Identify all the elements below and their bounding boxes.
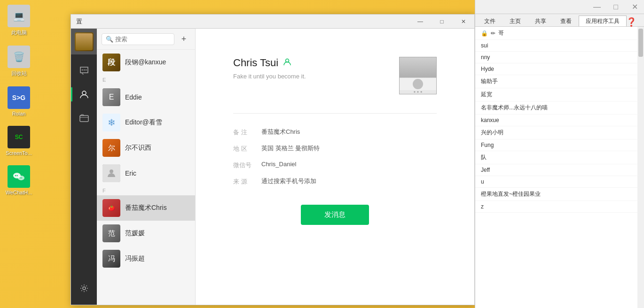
search-input[interactable]: [115, 36, 170, 43]
fe-list-item-12[interactable]: u: [475, 176, 637, 188]
folder-icon-btn[interactable]: [71, 106, 97, 130]
field-label-region: 地 区: [233, 144, 261, 153]
svg-point-5: [21, 177, 22, 178]
contact-item-fanqie[interactable]: 🍅 番茄魔术Chris: [97, 195, 195, 221]
desktop-icon-label-screento: ScreenTo...: [6, 150, 32, 156]
wechat-window: 置 — □ ✕: [71, 14, 475, 305]
contact-name-eric: Eric: [125, 169, 136, 177]
send-message-button[interactable]: 发消息: [301, 205, 369, 225]
contact-name-fanqie: 番茄魔术Chris: [125, 204, 167, 212]
svg-point-9: [82, 91, 86, 95]
contact-item-editor[interactable]: ❄ Editor@看雪: [97, 110, 195, 135]
contact-item-eric[interactable]: Eric: [97, 161, 195, 186]
fe-list-item-11[interactable]: Jeff: [475, 164, 637, 176]
detail-info: Chris Tsui Fake it until you become it.: [233, 57, 399, 80]
desktop-icon-computer[interactable]: 💻 此电脑: [8, 5, 30, 36]
contact-item-fengzhen[interactable]: 冯 冯振超: [97, 246, 195, 271]
minimize-button[interactable]: —: [409, 15, 431, 29]
settings-icon-btn[interactable]: [71, 277, 97, 300]
search-bar: 🔍 +: [97, 29, 195, 50]
contact-item-er[interactable]: 尔 尔不识西: [97, 135, 195, 161]
close-button[interactable]: ✕: [453, 15, 474, 29]
left-iconbar: [71, 29, 97, 305]
fe-list-item-14[interactable]: z: [475, 201, 637, 213]
tab-home[interactable]: 主页: [503, 15, 528, 26]
contact-list: 🔍 + 段 段钢@kanxue E: [97, 29, 196, 305]
fe-list-item-2[interactable]: nny: [475, 52, 637, 63]
desktop-icon-label-trash: 回收站: [11, 70, 27, 77]
svg-point-1: [15, 175, 16, 176]
search-input-wrap[interactable]: 🔍: [102, 33, 174, 45]
fe-maximize-button[interactable]: □: [606, 0, 625, 14]
field-value-wechatid: Chris_Daniel: [261, 161, 296, 168]
fe-list-item-0[interactable]: 🔒 ✏ 哥: [475, 27, 637, 40]
fe-list-item-4[interactable]: 输助手: [475, 75, 637, 88]
detail-field-note: 备 注 番茄魔术Chris: [233, 128, 437, 137]
contacts-icon-btn[interactable]: [71, 83, 97, 106]
svg-point-11: [83, 287, 86, 290]
field-label-note: 备 注: [233, 128, 261, 137]
user-avatar[interactable]: [71, 29, 97, 54]
tab-view[interactable]: 查看: [553, 15, 579, 26]
fe-list-item-5[interactable]: 延宽: [475, 88, 637, 101]
chat-icon-btn[interactable]: [71, 59, 97, 83]
friend-icon: [283, 58, 291, 68]
fe-close-button[interactable]: ✕: [625, 0, 644, 14]
search-icon: 🔍: [106, 36, 113, 43]
svg-point-12: [110, 169, 113, 173]
svg-point-6: [81, 69, 82, 70]
file-explorer-body: 🔒 ✏ 哥 sui nny Hyde 输助手 延宽: [475, 27, 644, 308]
desktop-icons-panel: 💻 此电脑 🗑️ 回收站 S>G Rolan SC ScreenTo... We…: [0, 0, 38, 308]
tab-file[interactable]: 文件: [477, 15, 503, 26]
contact-name-fanyuan: 范媛媛: [125, 229, 145, 238]
contact-avatar-er: 尔: [102, 139, 120, 157]
desktop-icon-wechat[interactable]: WeChatH...: [6, 165, 32, 195]
desktop-icon-trash[interactable]: 🗑️ 回收站: [8, 46, 30, 77]
fe-list-item-7[interactable]: kanxue: [475, 115, 637, 126]
desktop-icon-rolan[interactable]: S>G Rolan: [8, 86, 30, 116]
fe-list-item-3[interactable]: Hyde: [475, 63, 637, 75]
section-label-f: F: [97, 186, 195, 195]
contact-item-fanyuan[interactable]: 范 范媛媛: [97, 221, 195, 246]
file-explorer-panel: — □ ✕ 文件 主页 共享 查看 应用程序工具 ❓ 🔒 ✏: [475, 0, 644, 308]
fe-list-item-1[interactable]: sui: [475, 40, 637, 52]
scrollbar-thumb[interactable]: [638, 29, 643, 57]
contact-name-fengzhen: 冯振超: [125, 254, 145, 263]
detail-fields: 备 注 番茄魔术Chris 地 区 英国 英格兰 曼彻斯特 微信号 Chris_…: [233, 128, 437, 186]
ribbon-tabs-inner: 文件 主页 共享 查看 应用程序工具: [475, 14, 644, 26]
edit-icon: ✏: [491, 30, 495, 37]
svg-point-4: [20, 177, 21, 178]
contact-item-eddie[interactable]: E Eddie: [97, 85, 195, 110]
add-button[interactable]: +: [177, 32, 190, 46]
detail-field-wechatid: 微信号 Chris_Daniel: [233, 161, 437, 169]
file-list: 🔒 ✏ 哥 sui nny Hyde 输助手 延宽: [475, 27, 637, 308]
fe-minimize-button[interactable]: —: [588, 0, 606, 14]
detail-divider: [233, 113, 437, 114]
fe-list-item-13[interactable]: 橙果地直发~橙佳园果业: [475, 188, 637, 201]
file-explorer-titlebar: — □ ✕: [475, 0, 644, 14]
desktop-icon-screento[interactable]: SC ScreenTo...: [6, 126, 32, 156]
detail-name: Chris Tsui: [233, 57, 278, 69]
tab-app-tools[interactable]: 应用程序工具: [579, 15, 627, 26]
tab-share[interactable]: 共享: [528, 15, 553, 26]
desktop-icon-label-wechat: WeChatH...: [6, 190, 32, 195]
contact-avatar-duangang: 段: [102, 54, 120, 71]
fe-list-item-9[interactable]: Fung: [475, 139, 637, 151]
fe-list-item-6[interactable]: 名非魔术师...永远十八的喵: [475, 101, 637, 115]
send-btn-wrap: 发消息: [233, 205, 437, 225]
contact-avatar-fanyuan: 范: [102, 224, 120, 242]
desktop-icon-label-computer: 此电脑: [11, 29, 27, 36]
contact-item-duangang[interactable]: 段 段钢@kanxue: [97, 50, 195, 75]
detail-field-region: 地 区 英国 英格兰 曼彻斯特: [233, 144, 437, 153]
fe-list-item-10[interactable]: 队: [475, 151, 637, 164]
scrollbar[interactable]: [637, 27, 644, 308]
help-icon[interactable]: ❓: [626, 17, 636, 27]
wechat-titlebar: 置 — □ ✕: [71, 14, 475, 28]
contact-avatar-eric: [102, 164, 120, 182]
section-label-e: E: [97, 75, 195, 85]
field-label-wechatid: 微信号: [233, 161, 261, 169]
desktop: 💻 此电脑 🗑️ 回收站 S>G Rolan SC ScreenTo... We…: [0, 0, 644, 308]
contact-avatar-fanqie: 🍅: [102, 199, 120, 217]
maximize-button[interactable]: □: [431, 15, 453, 29]
fe-list-item-8[interactable]: 兴的小明: [475, 126, 637, 139]
